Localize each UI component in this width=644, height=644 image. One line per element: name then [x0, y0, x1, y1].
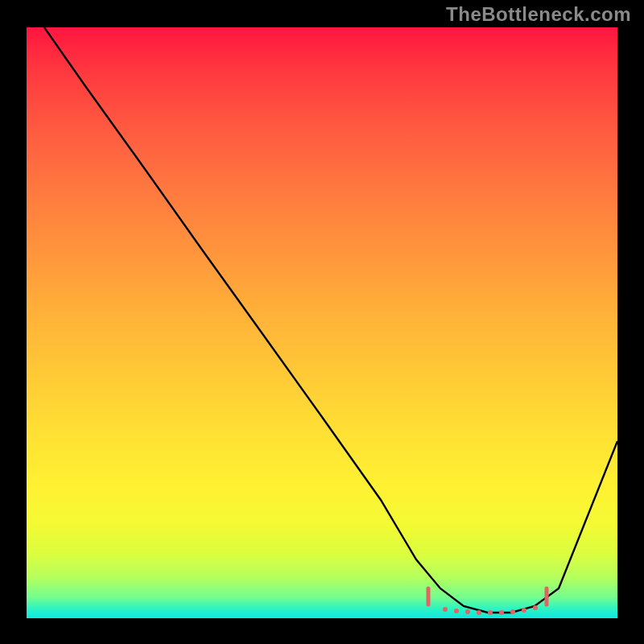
svg-point-6 — [499, 610, 504, 615]
svg-point-1 — [443, 607, 448, 612]
svg-point-4 — [477, 610, 481, 615]
svg-point-7 — [510, 609, 515, 614]
chart-frame: TheBottleneck.com — [0, 0, 644, 644]
svg-point-2 — [454, 609, 459, 613]
bottleneck-curve-line — [44, 27, 617, 613]
chart-svg — [27, 27, 617, 618]
svg-point-9 — [533, 605, 538, 610]
svg-point-3 — [465, 609, 470, 614]
svg-point-5 — [488, 610, 493, 615]
watermark-text: TheBottleneck.com — [446, 3, 631, 26]
svg-point-8 — [522, 608, 526, 613]
